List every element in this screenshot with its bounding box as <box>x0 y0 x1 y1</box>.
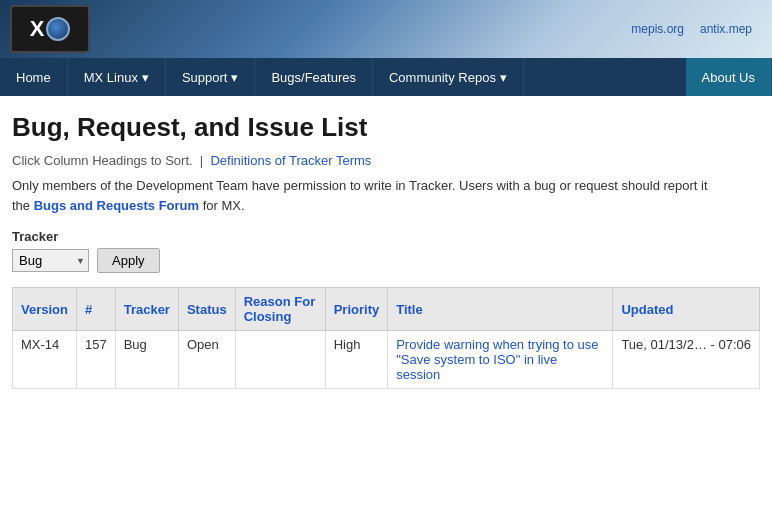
mepis-link[interactable]: mepis.org <box>631 22 684 36</box>
cell-title: Provide warning when trying to use "Save… <box>388 331 613 389</box>
bugs-forum-link[interactable]: Bugs and Requests Forum <box>34 198 199 213</box>
nav-item-support[interactable]: Support ▾ <box>166 58 256 96</box>
col-tracker[interactable]: Tracker <box>115 288 178 331</box>
issue-title-link[interactable]: Provide warning when trying to use "Save… <box>396 337 598 382</box>
cell-reason <box>235 331 325 389</box>
col-reason[interactable]: Reason ForClosing <box>235 288 325 331</box>
definitions-link[interactable]: Definitions of Tracker Terms <box>210 153 371 168</box>
main-content: Bug, Request, and Issue List Click Colum… <box>0 96 772 405</box>
chevron-down-icon: ▾ <box>231 70 238 85</box>
issues-table: Version # Tracker Status Reason ForClosi… <box>12 287 760 389</box>
table-header-row: Version # Tracker Status Reason ForClosi… <box>13 288 760 331</box>
nav-item-home[interactable]: Home <box>0 58 68 96</box>
sort-note: Click Column Headings to Sort. | Definit… <box>12 153 760 168</box>
nav-item-mxlinux[interactable]: MX Linux ▾ <box>68 58 166 96</box>
col-title[interactable]: Title <box>388 288 613 331</box>
header-links: mepis.org antix.mep <box>631 22 762 36</box>
table-row: MX-14 157 Bug Open High Provide warning … <box>13 331 760 389</box>
logo-x-text: X <box>30 16 45 42</box>
permission-note: Only members of the Development Team hav… <box>12 176 760 215</box>
apply-button[interactable]: Apply <box>97 248 160 273</box>
main-nav: Home MX Linux ▾ Support ▾ Bugs/Features … <box>0 58 772 96</box>
tracker-select-wrapper: All Bug Feature Request <box>12 249 89 272</box>
cell-priority: High <box>325 331 388 389</box>
nav-item-community-repos[interactable]: Community Repos ▾ <box>373 58 524 96</box>
cell-number: 157 <box>76 331 115 389</box>
col-priority[interactable]: Priority <box>325 288 388 331</box>
col-number[interactable]: # <box>76 288 115 331</box>
page-title: Bug, Request, and Issue List <box>12 112 760 143</box>
cell-status: Open <box>178 331 235 389</box>
chevron-down-icon: ▾ <box>500 70 507 85</box>
site-header: X mepis.org antix.mep <box>0 0 772 58</box>
antix-link[interactable]: antix.mep <box>700 22 752 36</box>
cell-version: MX-14 <box>13 331 77 389</box>
col-version[interactable]: Version <box>13 288 77 331</box>
tracker-label: Tracker <box>12 229 760 244</box>
nav-item-about[interactable]: About Us <box>686 58 772 96</box>
tracker-select[interactable]: All Bug Feature Request <box>12 249 89 272</box>
chevron-down-icon: ▾ <box>142 70 149 85</box>
logo[interactable]: X <box>10 5 90 53</box>
col-status[interactable]: Status <box>178 288 235 331</box>
nav-item-bugs[interactable]: Bugs/Features <box>255 58 373 96</box>
tracker-filter-section: Tracker All Bug Feature Request Apply <box>12 229 760 273</box>
cell-updated: Tue, 01/13/2… - 07:06 <box>613 331 760 389</box>
tracker-controls: All Bug Feature Request Apply <box>12 248 760 273</box>
col-updated[interactable]: Updated <box>613 288 760 331</box>
cell-tracker: Bug <box>115 331 178 389</box>
logo-circle-icon <box>46 17 70 41</box>
